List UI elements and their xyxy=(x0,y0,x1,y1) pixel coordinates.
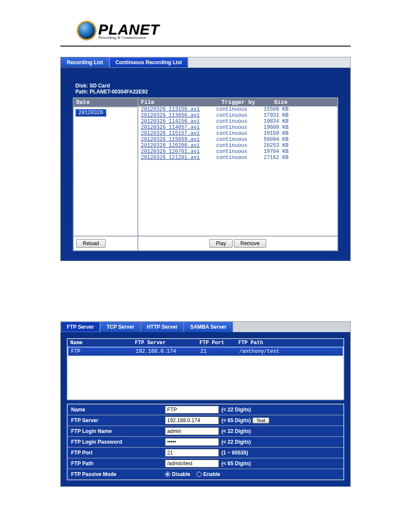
hint-name: (< 22 Digits) xyxy=(221,407,251,413)
size-cell: 19150 KB xyxy=(264,131,302,137)
file-link[interactable]: 20120326_115659.avi xyxy=(141,137,216,143)
play-button[interactable]: Play xyxy=(209,239,232,248)
trigger-cell: continuous xyxy=(216,155,264,161)
hdr-server: FTP Server xyxy=(132,339,197,347)
path-label: Path: xyxy=(75,89,88,95)
label-password: FTP Login Password xyxy=(68,437,165,447)
table-row: 20120326_113656.avicontinuous17931 KB xyxy=(138,112,337,118)
hdr-port: FTP Port xyxy=(197,339,236,347)
file-link[interactable]: 20120326_113156.avi xyxy=(141,106,216,112)
hint-port: (1 ~ 65535) xyxy=(221,450,248,456)
file-link[interactable]: 20120326_113656.avi xyxy=(141,112,216,118)
disk-line: Disk: SD Card xyxy=(75,83,338,89)
size-cell: 19704 KB xyxy=(264,149,302,155)
trigger-cell: continuous xyxy=(216,131,264,137)
trigger-cell: continuous xyxy=(216,137,264,143)
input-name[interactable] xyxy=(165,406,219,414)
trigger-cell: continuous xyxy=(216,124,264,131)
hdr-path: FTP Path xyxy=(236,339,343,347)
date-item[interactable]: 20120326 xyxy=(75,109,106,117)
brand-name: PLANET xyxy=(98,22,159,37)
tab-ftp-server[interactable]: FTP Server xyxy=(61,322,100,332)
file-link[interactable]: 20120326_120701.avi xyxy=(141,149,216,155)
hint-server: (< 65 Digits) xyxy=(221,417,251,423)
label-login: FTP Login Name xyxy=(68,426,165,436)
trigger-cell: continuous xyxy=(216,149,264,155)
table-row: 20120326_114657.avicontinuous19608 KB xyxy=(138,124,337,131)
table-row: 20120326_120200.avicontinuous20253 KB xyxy=(138,143,337,149)
test-button[interactable]: Test xyxy=(252,417,269,423)
radio-disable[interactable]: Disable xyxy=(165,471,190,477)
brand-logo: PLANET Networking & Communication xyxy=(78,22,411,40)
recording-panel: Recording List Continuous Recording List… xyxy=(60,57,351,261)
input-login[interactable] xyxy=(165,427,219,435)
ftp-form: Name (< 22 Digits) FTP Server (< 65 Digi… xyxy=(67,404,344,480)
size-cell: 20253 KB xyxy=(264,143,302,149)
trigger-cell: continuous xyxy=(216,143,264,149)
recording-tabs: Recording List Continuous Recording List xyxy=(61,57,350,68)
file-link[interactable]: 20120326_120200.avi xyxy=(141,143,216,149)
server-panel: FTP Server TCP Server HTTP Server SAMBA … xyxy=(60,321,351,487)
server-tabs: FTP Server TCP Server HTTP Server SAMBA … xyxy=(61,322,350,332)
label-port: FTP Port xyxy=(68,448,165,458)
brand-tagline: Networking & Communication xyxy=(98,36,159,40)
label-server: FTP Server xyxy=(68,415,165,426)
row-path: /anthony/test xyxy=(237,348,342,355)
hint-password: (< 22 Digits) xyxy=(221,439,251,445)
size-cell: 15506 KB xyxy=(264,106,302,112)
tab-continuous-recording-list[interactable]: Continuous Recording List xyxy=(109,57,188,68)
globe-icon xyxy=(78,22,96,40)
row-server: 192.168.0.174 xyxy=(133,348,198,355)
radio-icon xyxy=(196,472,202,477)
hdr-name: Name xyxy=(68,339,132,347)
file-link[interactable]: 20120326_114156.avi xyxy=(141,118,216,124)
col-file-header: File xyxy=(138,98,219,106)
trigger-cell: continuous xyxy=(216,112,264,118)
tab-samba-server[interactable]: SAMBA Server xyxy=(184,322,233,332)
table-row: 20120326_113156.avicontinuous15506 KB xyxy=(138,106,337,112)
divider xyxy=(60,46,351,47)
row-name: FTP xyxy=(68,348,133,355)
trigger-cell: continuous xyxy=(216,106,264,112)
file-link[interactable]: 20120326_121201.avi xyxy=(141,155,216,161)
disk-label: Disk: xyxy=(75,83,88,89)
label-path: FTP Path xyxy=(68,458,165,469)
file-link[interactable]: 20120326_114657.avi xyxy=(141,124,216,131)
table-row: 20120326_121201.avicontinuous27162 KB xyxy=(138,155,337,161)
reload-button[interactable]: Reload xyxy=(76,239,106,248)
row-port: 21 xyxy=(198,348,237,355)
label-passive: FTP Passive Mode xyxy=(68,469,165,479)
col-trigger-header: Trigger by xyxy=(219,98,271,106)
size-cell: 17931 KB xyxy=(264,112,302,118)
disk-value: SD Card xyxy=(90,83,110,89)
size-cell: 27162 KB xyxy=(264,155,302,161)
file-header-row: File Trigger by Size xyxy=(138,98,337,106)
tab-tcp-server[interactable]: TCP Server xyxy=(100,322,140,332)
input-server[interactable] xyxy=(165,417,219,424)
path-line: Path: PLANET-00304FA22E92 xyxy=(75,89,338,95)
file-link[interactable]: 20120326_115157.avi xyxy=(141,131,216,137)
label-name: Name xyxy=(68,404,165,415)
size-cell: 50094 KB xyxy=(264,137,302,143)
server-row[interactable]: FTP 192.168.0.174 21 /anthony/test xyxy=(68,347,343,356)
file-list: 20120326_113156.avicontinuous15506 KB201… xyxy=(138,106,337,231)
tab-http-server[interactable]: HTTP Server xyxy=(141,322,184,332)
tab-recording-list[interactable]: Recording List xyxy=(61,57,109,68)
server-list: Name FTP Server FTP Port FTP Path FTP 19… xyxy=(67,338,344,400)
input-port[interactable] xyxy=(165,449,219,457)
path-value: PLANET-00304FA22E92 xyxy=(90,89,148,95)
table-row: 20120326_115157.avicontinuous19150 KB xyxy=(138,131,337,137)
hint-login: (< 22 Digits) xyxy=(221,428,251,434)
input-password[interactable] xyxy=(165,438,219,446)
size-cell: 19608 KB xyxy=(264,124,302,131)
col-date-header: Date xyxy=(74,98,137,107)
trigger-cell: continuous xyxy=(216,118,264,124)
size-cell: 19834 KB xyxy=(264,118,302,124)
radio-enable[interactable]: Enable xyxy=(196,471,220,477)
table-row: 20120326_120701.avicontinuous19704 KB xyxy=(138,149,337,155)
table-row: 20120326_115659.avicontinuous50094 KB xyxy=(138,137,337,143)
input-path[interactable] xyxy=(165,460,219,467)
radio-icon xyxy=(165,472,170,477)
recording-grid: Date 20120326 File Trigger by Size 20120… xyxy=(73,97,338,236)
remove-button[interactable]: Remove xyxy=(234,239,266,248)
